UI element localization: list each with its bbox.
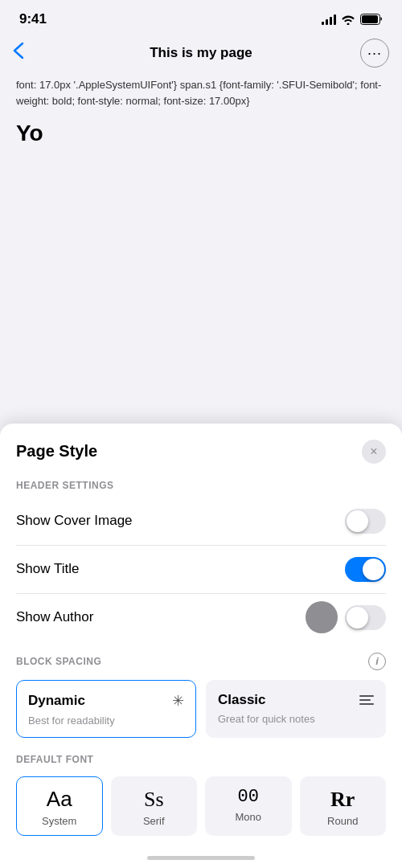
page-title: This is my page	[150, 45, 252, 61]
menu-icon	[359, 695, 374, 705]
block-spacing-label: BLOCK SPACING	[16, 656, 101, 667]
spacing-dynamic-desc: Best for readability	[28, 714, 115, 727]
status-icons	[322, 14, 383, 25]
font-option-round[interactable]: Rr Round	[300, 776, 387, 836]
divider-2	[16, 593, 386, 594]
divider-1	[16, 545, 386, 546]
font-serif-name: Serif	[143, 815, 165, 827]
spacing-dynamic-name: Dynamic	[28, 693, 85, 709]
font-option-system[interactable]: Aa System	[16, 776, 103, 836]
wifi-icon	[341, 14, 355, 25]
show-title-label: Show Title	[16, 561, 79, 577]
status-bar: 9:41	[0, 0, 402, 32]
show-author-label: Show Author	[16, 609, 93, 625]
font-system-glyph: Aa	[47, 787, 72, 812]
show-cover-image-label: Show Cover Image	[16, 513, 133, 529]
default-font-label: DEFAULT FONT	[16, 754, 386, 765]
svg-rect-1	[362, 15, 378, 23]
show-author-toggle[interactable]	[345, 605, 386, 630]
font-system-name: System	[42, 815, 76, 827]
block-spacing-header: BLOCK SPACING i	[16, 653, 386, 670]
spacing-classic-name: Classic	[218, 692, 266, 708]
header-settings-label: HEADER SETTINGS	[16, 480, 386, 491]
page-heading: Yo	[16, 117, 386, 150]
font-options: Aa System Ss Serif 00 Mono Rr Round	[16, 776, 386, 836]
info-icon[interactable]: i	[368, 653, 386, 670]
spacing-option-classic[interactable]: Classic Great for quick notes	[206, 680, 386, 738]
battery-icon	[360, 14, 383, 25]
spacing-option-dynamic[interactable]: Dynamic ✳ Best for readability	[16, 680, 196, 738]
home-indicator	[147, 856, 255, 860]
signal-icon	[322, 14, 336, 25]
back-button[interactable]	[13, 42, 42, 64]
close-button[interactable]: ×	[362, 440, 386, 464]
nav-bar: This is my page ···	[0, 32, 402, 77]
spacing-options: Dynamic ✳ Best for readability Classic G…	[16, 680, 386, 738]
show-cover-image-row: Show Cover Image	[16, 501, 386, 542]
bottom-sheet: Page Style × HEADER SETTINGS Show Cover …	[0, 424, 402, 868]
show-title-row: Show Title	[16, 549, 386, 590]
font-round-glyph: Rr	[330, 787, 355, 812]
font-round-name: Round	[327, 815, 358, 827]
font-option-serif[interactable]: Ss Serif	[111, 776, 198, 836]
font-serif-glyph: Ss	[144, 787, 164, 812]
page-code-text: font: 17.0px '.AppleSystemUIFont'} span.…	[16, 79, 381, 107]
sheet-title: Page Style	[16, 442, 97, 461]
font-mono-glyph: 00	[238, 787, 259, 808]
font-mono-name: Mono	[235, 811, 261, 823]
show-author-row: Show Author	[16, 597, 386, 638]
font-option-mono[interactable]: 00 Mono	[205, 776, 292, 836]
show-cover-image-toggle[interactable]	[345, 509, 386, 534]
spacing-classic-desc: Great for quick notes	[218, 713, 315, 725]
show-title-toggle[interactable]	[345, 557, 386, 582]
more-button[interactable]: ···	[360, 39, 389, 68]
dynamic-icon: ✳	[172, 692, 184, 710]
page-content: font: 17.0px '.AppleSystemUIFont'} span.…	[0, 77, 402, 206]
status-time: 9:41	[19, 11, 47, 27]
sheet-header: Page Style ×	[16, 440, 386, 464]
